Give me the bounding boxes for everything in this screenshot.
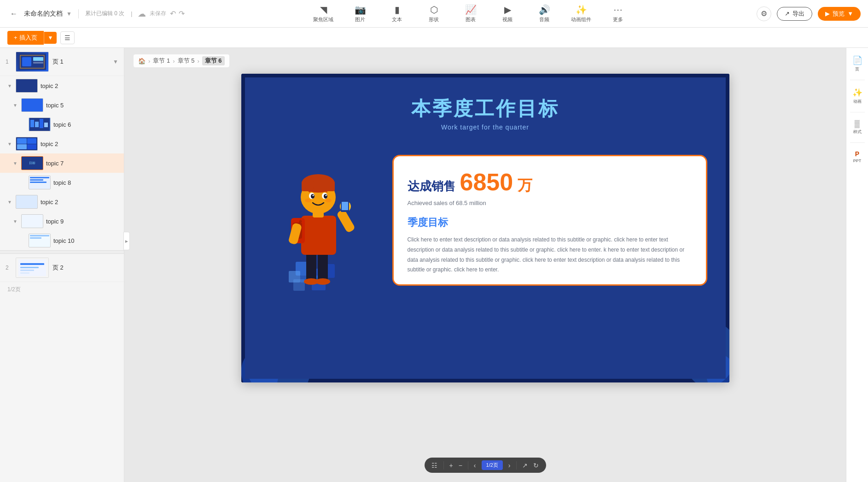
breadcrumb-item-1[interactable]: 章节 1 (153, 57, 170, 65)
divider2 (468, 461, 468, 470)
label-t6: topic 6 (53, 121, 71, 128)
label-t7: topic 7 (46, 160, 64, 167)
insert-page-button[interactable]: + 插入页 (7, 31, 44, 45)
toolbar-center: ◥ 聚焦区域 📷 图片 ▮ 文本 ⬡ 形状 📈 图表 ▶ 视频 🔊 音频 ✨ (185, 4, 757, 23)
text-icon: ▮ (395, 4, 400, 15)
topic-item-t5[interactable]: ▼ topic 5 (0, 95, 124, 115)
info-card[interactable]: 达成销售 6850 万 Achieved sales of 68.5 milli… (392, 155, 707, 285)
animation-label: 动画组件 (571, 16, 591, 23)
thumb-t9 (21, 214, 43, 228)
toolbar-text[interactable]: ▮ 文本 (386, 4, 408, 23)
svg-rect-8 (40, 119, 43, 128)
sales-label: 达成销售 (408, 178, 455, 194)
undo-redo-group: ↶ ↷ (170, 9, 185, 18)
topic-item-t10[interactable]: topic 10 (0, 231, 124, 250)
export-label: 导出 (792, 10, 804, 18)
slide-canvas[interactable]: 本季度工作目标 Work target for the quarter (241, 74, 729, 382)
toolbar-right: ⚙ ↗ 导出 ▶ 预览 ▼ (757, 6, 861, 21)
svg-rect-14 (20, 272, 29, 274)
rp-ppt[interactable]: P PPT (846, 147, 868, 167)
page-indicator: 1/2页 (482, 460, 503, 470)
svg-rect-36 (342, 202, 348, 210)
settings-button[interactable]: ⚙ (757, 6, 771, 21)
svg-point-48 (312, 195, 314, 196)
label-t10: topic 10 (53, 237, 75, 244)
topic-item-t2b[interactable]: ▼ topic 2 (0, 134, 124, 153)
label-t8: topic 8 (53, 179, 71, 186)
label-t5: topic 5 (46, 102, 64, 109)
svg-rect-11 (20, 263, 44, 265)
zoom-in-icon[interactable]: + (449, 462, 453, 469)
slide-title-en[interactable]: Work target for the quarter (411, 123, 559, 131)
zoom-out-icon[interactable]: − (459, 462, 462, 469)
image-icon: 📷 (355, 4, 366, 15)
sep3: › (197, 58, 199, 65)
shape-label: 形状 (429, 16, 439, 23)
page-panel-icon: 📄 (852, 55, 862, 65)
expand-icon-t2b: ▼ (7, 141, 13, 147)
rp-animation-label: 动画 (853, 99, 862, 105)
home-icon[interactable]: 🏠 (138, 58, 146, 65)
label-t2c: topic 2 (41, 199, 58, 206)
page-1-thumb-inner (16, 52, 48, 71)
topic-item-t2a[interactable]: ▼ topic 2 (0, 76, 124, 95)
rp-page-label: 页 (855, 66, 859, 72)
doc-title[interactable]: 未命名的文档 (24, 10, 63, 18)
svg-rect-6 (30, 120, 34, 127)
sales-unit: 万 (518, 176, 532, 196)
rp-animation[interactable]: ✨ 动画 (846, 84, 868, 108)
text-label: 文本 (392, 16, 402, 23)
next-page-icon[interactable]: › (508, 462, 511, 469)
toolbar-shape[interactable]: ⬡ 形状 (423, 4, 445, 23)
toolbar-animation[interactable]: ✨ 动画组件 (570, 4, 592, 23)
svg-rect-30 (301, 216, 336, 255)
grid-icon[interactable]: ☷ (431, 462, 437, 469)
fit-icon[interactable]: ↻ (533, 462, 539, 469)
breadcrumb-item-2[interactable]: 章节 5 (178, 57, 195, 65)
toolbar-chart[interactable]: 📈 图表 (460, 4, 482, 23)
svg-rect-12 (20, 267, 39, 268)
svg-point-29 (315, 278, 330, 285)
page-2-num: 2 (6, 265, 12, 271)
breadcrumb-item-3[interactable]: 章节 6 (202, 56, 225, 65)
divider1 (443, 461, 443, 470)
svg-rect-7 (35, 122, 39, 127)
svg-point-49 (325, 195, 326, 196)
sidebar-collapse-button[interactable]: ► (123, 232, 130, 250)
svg-point-47 (324, 194, 327, 199)
page-2-thumb (16, 258, 49, 278)
rp-style[interactable]: ▒ 样式 (846, 116, 868, 139)
insert-arrow-button[interactable]: ▼ (44, 32, 57, 44)
export-button[interactable]: ↗ 导出 (777, 7, 812, 21)
save-divider: | (131, 11, 132, 17)
topic-item-t2c[interactable]: ▼ topic 2 (0, 192, 124, 212)
right-panel: 📄 页 ✨ 动画 ▒ 样式 P PPT (846, 48, 868, 482)
card-body-text: Click here to enter text description or … (408, 235, 692, 275)
redo-button[interactable]: ↷ (179, 9, 185, 18)
topic-item-t7[interactable]: ▼ 目标 topic 7 (0, 153, 124, 173)
toolbar-video[interactable]: ▶ 视频 (496, 4, 518, 23)
toolbar-more[interactable]: ⋯ 更多 (607, 4, 629, 23)
topic-item-t6[interactable]: topic 6 (0, 115, 124, 134)
toolbar-image[interactable]: 📷 图片 (349, 4, 371, 23)
page-indicator-text: 1/2页 (486, 462, 498, 469)
slide-title-zh[interactable]: 本季度工作目标 (411, 96, 559, 122)
focus-icon: ◥ (320, 4, 327, 15)
topic-item-t9[interactable]: ▼ topic 9 (0, 212, 124, 231)
menu-icon-button[interactable]: ☰ (60, 31, 75, 44)
topic-item-t8[interactable]: topic 8 (0, 173, 124, 192)
preview-label: 预览 (833, 10, 845, 18)
fullscreen-icon[interactable]: ↗ (522, 462, 528, 469)
label-t9: topic 9 (46, 218, 64, 225)
prev-page-icon[interactable]: ‹ (474, 462, 476, 469)
undo-button[interactable]: ↶ (170, 9, 176, 18)
rp-divider1 (850, 80, 865, 80)
page-1-item[interactable]: 1 页 1 ▼ (0, 48, 124, 76)
page-2-item[interactable]: 2 页 2 (0, 254, 124, 282)
back-button[interactable]: ← (7, 7, 20, 20)
toolbar-audio[interactable]: 🔊 音频 (533, 4, 555, 23)
top-toolbar: ← 未命名的文档 ▼ 累计已编辑 0 次 | ☁ 未保存 ↶ ↷ ◥ 聚焦区域 … (0, 0, 868, 28)
toolbar-focus[interactable]: ◥ 聚焦区域 (312, 4, 334, 23)
rp-page[interactable]: 📄 页 (846, 52, 868, 76)
preview-button[interactable]: ▶ 预览 ▼ (818, 7, 861, 21)
